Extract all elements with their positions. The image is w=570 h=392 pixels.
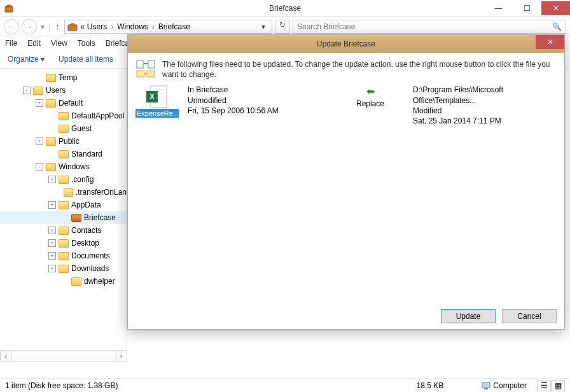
- tree-item[interactable]: DefaultAppPool: [0, 109, 127, 122]
- search-input[interactable]: [297, 22, 552, 31]
- tree-label: Windows: [59, 162, 90, 171]
- tree-item[interactable]: +Default: [0, 97, 127, 109]
- expand-toggle: [48, 112, 56, 120]
- update-button[interactable]: Update: [441, 309, 496, 323]
- tree-item[interactable]: Guest: [0, 122, 127, 135]
- app-icon: [4, 3, 14, 13]
- folder-icon: [46, 137, 56, 146]
- expand-toggle: [48, 125, 56, 132]
- search-icon: 🔍: [552, 22, 562, 31]
- excel-file-icon: X: [145, 85, 169, 109]
- forward-button[interactable]: →: [22, 19, 37, 34]
- history-dropdown[interactable]: ▾: [39, 22, 46, 31]
- tree-label: Briefcase: [84, 213, 116, 222]
- expand-toggle: [61, 277, 69, 285]
- tree-label: Documents: [71, 251, 110, 260]
- computer-icon: [482, 381, 490, 390]
- folder-icon: [59, 265, 69, 273]
- status-location: Computer: [482, 381, 527, 390]
- tree-item[interactable]: .transferOnLan: [0, 186, 127, 199]
- scroll-right[interactable]: ›: [116, 351, 127, 361]
- menu-edit[interactable]: Edit: [27, 39, 41, 48]
- folder-icon: [64, 188, 73, 197]
- close-button[interactable]: ✕: [541, 1, 570, 15]
- address-dropdown[interactable]: ▾: [258, 22, 269, 31]
- tree-item[interactable]: -Windows: [0, 160, 127, 173]
- view-details-button[interactable]: ☰: [537, 380, 551, 391]
- tree-item[interactable]: +Desktop: [0, 237, 127, 249]
- svg-rect-10: [484, 388, 488, 389]
- crumb-briefcase[interactable]: Briefcase: [158, 22, 190, 31]
- expand-toggle[interactable]: +: [48, 227, 56, 234]
- tree-label: Temp: [59, 73, 77, 82]
- expand-toggle[interactable]: +: [48, 265, 56, 272]
- tree-hscrollbar[interactable]: ‹ ›: [0, 350, 127, 361]
- tree-label: Standard: [71, 150, 102, 158]
- crumb-users[interactable]: Users: [87, 22, 107, 31]
- expand-toggle[interactable]: +: [48, 176, 56, 183]
- dialog-close-button[interactable]: ✕: [536, 35, 564, 49]
- svg-rect-12: [148, 60, 155, 68]
- tree-label: Downloads: [71, 264, 109, 273]
- briefcase-state: In Briefcase Unmodified Fri, 15 Sep 2006…: [188, 85, 328, 116]
- tree-item[interactable]: Temp: [0, 71, 127, 84]
- folder-icon: [46, 163, 56, 171]
- title-bar: Briefcase — ☐ ✕: [0, 0, 570, 17]
- tree-item[interactable]: +Downloads: [0, 262, 127, 275]
- status-size: 18.5 KB: [417, 381, 444, 390]
- expand-toggle[interactable]: -: [23, 87, 31, 94]
- tree-item[interactable]: +AppData: [0, 199, 127, 211]
- replace-action[interactable]: ⬅ Replace: [337, 85, 404, 109]
- update-all-button[interactable]: Update all items: [59, 55, 113, 64]
- tree-item[interactable]: -Users: [0, 84, 127, 97]
- tree-item[interactable]: Briefcase: [0, 211, 127, 224]
- menu-tools[interactable]: Tools: [78, 39, 95, 48]
- cancel-button[interactable]: Cancel: [502, 309, 557, 323]
- menu-view[interactable]: View: [51, 39, 67, 48]
- svg-text:X: X: [149, 92, 155, 101]
- back-button[interactable]: ←: [4, 19, 19, 34]
- folder-icon: [59, 125, 69, 133]
- update-item-row[interactable]: X ExpenseRe... In Briefcase Unmodified F…: [136, 85, 557, 126]
- expand-toggle[interactable]: +: [48, 201, 56, 209]
- tree-item[interactable]: dwhelper: [0, 275, 127, 288]
- organize-button[interactable]: Organize ▾: [8, 55, 45, 64]
- address-bar[interactable]: « Users› Windows› Briefcase ▾: [64, 20, 272, 34]
- expand-toggle[interactable]: +: [48, 252, 56, 260]
- tree-label: .config: [71, 175, 94, 184]
- tree-label: dwhelper: [84, 277, 115, 286]
- menu-file[interactable]: File: [5, 39, 17, 48]
- minimize-button[interactable]: —: [484, 1, 513, 15]
- tree-item[interactable]: +Public: [0, 135, 127, 148]
- sync-icon: [136, 59, 156, 80]
- expand-toggle: [55, 188, 62, 196]
- refresh-button[interactable]: ↻: [275, 20, 290, 34]
- expand-toggle[interactable]: +: [36, 99, 43, 107]
- folder-tree[interactable]: Temp-Users+DefaultDefaultAppPoolGuest+Pu…: [0, 69, 127, 350]
- expand-toggle: [48, 150, 56, 158]
- update-briefcase-dialog: Update Briefcase ✕ The following files n…: [127, 34, 565, 330]
- scroll-track[interactable]: [11, 351, 116, 361]
- svg-rect-14: [147, 71, 155, 77]
- dialog-titlebar[interactable]: Update Briefcase ✕: [128, 35, 564, 53]
- tree-label: Default: [59, 99, 83, 108]
- tree-item[interactable]: Standard: [0, 148, 127, 160]
- expand-toggle[interactable]: +: [36, 137, 43, 145]
- tree-item[interactable]: +Documents: [0, 249, 127, 262]
- folder-icon: [59, 239, 69, 248]
- tree-label: Users: [46, 86, 66, 95]
- expand-toggle[interactable]: -: [36, 163, 43, 171]
- folder-icon: [59, 201, 69, 209]
- briefcase-icon: [71, 214, 81, 222]
- tree-label: Guest: [71, 124, 92, 133]
- tree-item[interactable]: +Contacts: [0, 224, 127, 237]
- expand-toggle[interactable]: +: [48, 239, 56, 247]
- maximize-button[interactable]: ☐: [513, 1, 541, 15]
- search-box[interactable]: 🔍: [293, 20, 566, 34]
- view-icons-button[interactable]: ▦: [551, 380, 565, 391]
- tree-item[interactable]: +.config: [0, 173, 127, 186]
- crumb-windows[interactable]: Windows: [117, 22, 148, 31]
- dialog-message: The following files need to be updated. …: [162, 59, 557, 80]
- scroll-left[interactable]: ‹: [0, 351, 11, 361]
- up-button[interactable]: ↑: [53, 22, 62, 31]
